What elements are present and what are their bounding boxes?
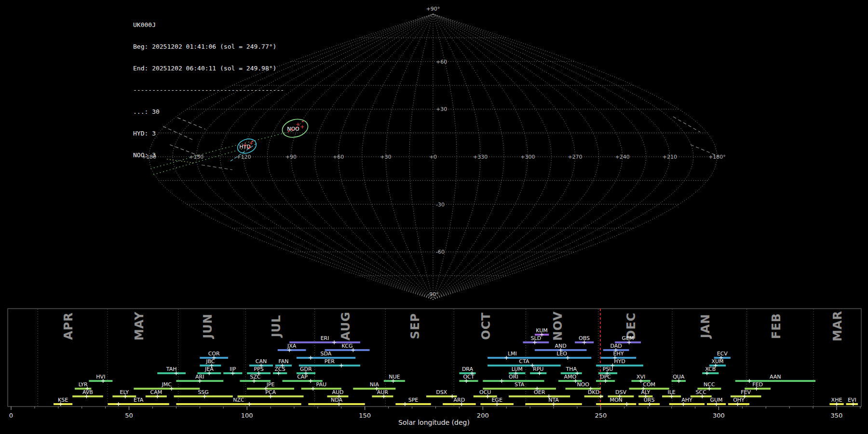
shower-code-gdr: GDR: [300, 366, 312, 372]
meteor-trail: [673, 117, 700, 132]
shower-peak-marker: [500, 379, 503, 383]
shower-peak-marker: [339, 364, 343, 367]
shower-bar-ard: [443, 403, 475, 405]
shower-code-fed: FED: [752, 381, 763, 388]
shower-bar-lmi: [488, 357, 537, 359]
month-label: JAN: [699, 314, 712, 339]
shower-code-pau: PAU: [316, 381, 326, 388]
shower-code-qua: QUA: [673, 374, 685, 380]
shower-peak-marker: [247, 402, 251, 406]
shower-code-sld: SLD: [531, 335, 542, 341]
shower-code-obs: OBS: [579, 335, 590, 341]
shower-bar-spe: [395, 403, 431, 405]
shower-code-sda: SDA: [321, 351, 332, 357]
observation-summary: UK000J Beg: 20251202 01:41:06 (sol = 249…: [133, 7, 284, 173]
dec-grid-label: +60: [436, 59, 447, 65]
shower-code-noo: NOO: [577, 381, 589, 388]
shower-code-ecv: ECV: [717, 351, 728, 357]
shower-code-nda: NDA: [331, 397, 343, 403]
end-time: End: 20251202 06:40:11 (sol = 249.98°): [133, 65, 284, 72]
shower-code-oct: OCT: [463, 374, 474, 380]
shower-peak-marker: [311, 387, 315, 391]
shower-code-pps: PPS: [254, 366, 263, 372]
month-label: OCT: [479, 312, 493, 339]
ra-grid-label: +240: [615, 154, 630, 160]
shower-code-and: AND: [555, 343, 567, 349]
shower-peak-marker: [309, 356, 312, 360]
summary-separator: ----------------------------------------: [133, 86, 284, 94]
shower-code-com: COM: [643, 381, 655, 388]
shower-bar-kcg: [325, 349, 370, 351]
shower-code-rpu: RPU: [533, 366, 543, 372]
ra-grid-label: +270: [568, 154, 582, 160]
shower-code-hvi: HVI: [96, 374, 105, 380]
shower-code-leo: LEO: [556, 351, 567, 357]
dec-grid-label: -60: [436, 249, 445, 255]
shower-code-lum: LUM: [512, 366, 523, 372]
shower-bar-nzc: [176, 403, 301, 405]
month-label: JUN: [201, 313, 215, 339]
x-tick-label: 250: [595, 412, 607, 419]
shower-peak-marker: [403, 402, 407, 406]
ra-grid-label: +210: [663, 154, 677, 160]
south-pole-label: -90°: [427, 291, 438, 298]
month-label: MAY: [133, 312, 146, 341]
shower-bar-nia: [353, 388, 395, 390]
month-label: NOV: [551, 311, 565, 340]
meteor-dot-marker: [302, 121, 304, 122]
month-label: MAR: [831, 311, 844, 341]
shower-code-dra: DRA: [462, 366, 474, 372]
shower-code-kcg: KCG: [342, 343, 353, 349]
ra-grid-label: +300: [520, 154, 535, 160]
shower-code-eta: ETA: [134, 397, 144, 403]
shower-code-xvi: XVI: [637, 374, 645, 380]
month-label: FEB: [770, 313, 783, 339]
x-tick-label: 50: [125, 412, 133, 419]
shower-bar-nda: [308, 403, 365, 405]
shower-code-lyr: LYR: [79, 381, 88, 388]
shower-bar-cta: [488, 365, 561, 366]
shower-bar-aan: [735, 380, 815, 382]
shower-bar-mon: [596, 403, 636, 405]
shower-code-amo: AMO: [564, 374, 576, 380]
shower-peak-marker: [625, 402, 629, 406]
shower-peak-marker: [117, 402, 121, 406]
shower-code-pca: PCA: [265, 389, 276, 395]
shower-peak-marker: [747, 379, 751, 383]
shower-code-can: CAN: [256, 358, 267, 365]
shower-code-lmi: LMI: [508, 351, 517, 357]
shower-code-cta: CTA: [519, 358, 529, 365]
shower-code-ocu: OCU: [479, 389, 491, 395]
shower-code-dpc: DPC: [600, 374, 611, 380]
count-noo: NOO: 3: [133, 151, 284, 159]
shower-code-jbc: JBC: [205, 358, 215, 365]
shower-bar-kse: [54, 403, 72, 405]
shower-code-fan: FAN: [278, 358, 288, 365]
month-label: SEP: [408, 313, 422, 339]
shower-code-ely: ELY: [120, 389, 129, 395]
shower-code-scc: SCC: [696, 389, 707, 395]
shower-code-aan: AAN: [770, 374, 781, 380]
month-label: JUL: [270, 315, 283, 339]
meteor-dot-marker: [296, 127, 298, 129]
shower-code-nue: NUE: [389, 374, 400, 380]
shower-code-dsx: DSX: [436, 389, 447, 395]
shower-code-oer: OER: [534, 389, 545, 395]
shower-code-eri: ERI: [321, 335, 329, 341]
shower-code-ard: ARD: [454, 397, 465, 403]
sky-map-and-activity-plot: NOOHYD+90°-90°+180+150+120+90+60+30+0+33…: [0, 0, 868, 434]
ra-grid-label: +330: [473, 154, 488, 160]
x-tick-label: 0: [9, 412, 13, 419]
shower-code-nia: NIA: [370, 381, 379, 388]
shower-code-tah: TAH: [166, 366, 177, 372]
shower-code-avb: AVB: [82, 389, 93, 395]
month-label: APR: [62, 312, 75, 340]
shower-code-iip: IIP: [230, 366, 236, 372]
shower-code-nta: NTA: [548, 397, 559, 403]
count-other: ...: 30: [133, 108, 284, 115]
shower-code-psu: PSU: [603, 366, 613, 372]
shower-code-cam: CAM: [150, 389, 162, 395]
x-tick-label: 150: [359, 412, 371, 419]
shower-code-gum: GUM: [710, 397, 722, 403]
shower-bar-jmc: [134, 388, 200, 390]
